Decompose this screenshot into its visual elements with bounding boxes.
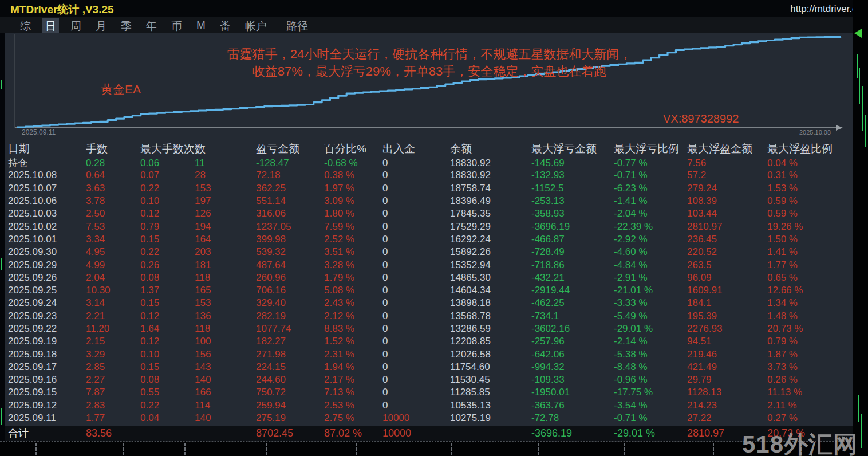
bottom-timeline-strip (0, 441, 868, 456)
table-cell: 2025.10.07 (8, 183, 86, 194)
table-cell: -5.49 % (614, 310, 687, 322)
table-cell: 0.15 (140, 361, 195, 373)
table-cell: 27.22 (687, 412, 767, 424)
table-cell: -22.39 % (614, 221, 687, 233)
table-cell: 165 (195, 285, 256, 296)
table-cell: 3.73 % (767, 361, 853, 373)
table-cell: 282.19 (256, 310, 324, 322)
table-cell: 2025.09.26 (8, 272, 86, 284)
table-cell: 2025.09.23 (8, 310, 86, 322)
table-cell: 316.06 (256, 208, 324, 219)
table-cell: 275.19 (256, 412, 324, 424)
table-cell: 15352.94 (450, 260, 531, 271)
period-separator (713, 443, 714, 455)
tab-周[interactable]: 周 (68, 18, 84, 34)
header-cell: 手数 (86, 141, 140, 156)
table-cell: 0 (382, 400, 450, 411)
table-row: 2025.10.032.500.12126316.061.80 %017845.… (5, 207, 853, 220)
table-cell: 83.56 (86, 427, 140, 439)
table-row: 持仓0.280.0611-128.47-0.68 %018830.92-145.… (5, 156, 853, 169)
tab-日[interactable]: 日 (42, 18, 59, 34)
table-cell: 12.66 % (767, 285, 853, 296)
table-cell: 126 (195, 208, 256, 219)
tab-年[interactable]: 年 (143, 18, 160, 34)
table-cell: 10000 (382, 427, 450, 439)
tab-月[interactable]: 月 (93, 18, 109, 34)
table-cell: -0.71 % (614, 170, 687, 181)
table-cell: 0.31 % (767, 170, 853, 181)
table-cell: 96.09 (687, 272, 767, 284)
table-cell: 0 (382, 297, 450, 309)
table-cell: 94.51 (687, 336, 767, 347)
table-cell: 87.02 % (324, 427, 382, 439)
left-edge-tick (1, 408, 2, 425)
table-cell: 2025.09.18 (8, 349, 86, 360)
table-cell: -17.75 % (614, 387, 687, 398)
table-cell: -0.96 % (614, 374, 687, 386)
table-cell: -4.60 % (614, 246, 687, 258)
table-cell: 2025.09.16 (8, 374, 86, 386)
table-cell: 20.73 % (767, 323, 853, 335)
table-cell: -734.1 (531, 310, 614, 322)
table-cell: 0.08 (140, 272, 195, 284)
table-cell: 0 (382, 260, 450, 271)
table-cell: 17845.35 (450, 208, 531, 219)
table-row: 2025.10.013.340.15164399.982.52 %016292.… (5, 233, 853, 246)
table-row: 2025.09.304.950.22203539.323.51 %015892.… (5, 246, 853, 258)
app-url-link[interactable]: http://mtdriver.cn (790, 3, 862, 15)
table-cell: 156 (195, 349, 256, 360)
table-cell: 1.37 (140, 285, 195, 296)
table-cell: 0 (382, 158, 450, 169)
table-cell: 0.65 % (767, 272, 853, 284)
table-cell: -21.01 % (614, 285, 687, 296)
table-cell: 3.51 % (324, 246, 382, 258)
table-cell: 3.09 % (324, 195, 382, 207)
table-cell: 13898.18 (450, 297, 531, 309)
header-cell: 日期 (8, 141, 86, 156)
table-cell: 7.13 % (324, 387, 382, 398)
tab-币[interactable]: 币 (168, 18, 185, 34)
annotation-line-2: 收益87%，最大浮亏29%，开单83手，安全稳定，实盘也在着跑 (172, 63, 687, 80)
table-cell: -3.54 % (614, 400, 687, 411)
tab-季[interactable]: 季 (118, 18, 135, 34)
table-cell: 1609.91 (687, 285, 767, 296)
table-cell: 14865.30 (450, 272, 531, 284)
table-cell: 0.04 % (767, 158, 853, 169)
table-cell: -728.49 (531, 246, 614, 258)
table-cell: 2.52 % (324, 234, 382, 245)
table-cell: 2025.10.06 (8, 195, 86, 207)
tab-M[interactable]: M (194, 18, 208, 34)
table-cell: 10275.19 (450, 412, 531, 424)
table-cell: 18758.74 (450, 183, 531, 194)
table-cell: 750.72 (256, 387, 324, 398)
tab-畨[interactable]: 畨 (217, 18, 234, 34)
candlestick (862, 86, 863, 131)
period-separator (184, 443, 186, 455)
mtdriver-stats-window: MTDriver统计 ,V3.25 http://mtdriver.cn 综日周… (0, 0, 868, 456)
table-cell: 2.27 (86, 374, 140, 386)
tab-综[interactable]: 综 (17, 18, 34, 34)
tab-帐户[interactable]: 帐户 (242, 18, 270, 34)
table-cell: 140 (195, 374, 256, 386)
table-cell: 2276.93 (687, 323, 767, 335)
table-cell: 2.21 (86, 310, 140, 322)
header-cell: 最大浮亏比例 (614, 141, 687, 156)
table-body: 持仓0.280.0611-128.47-0.68 %018830.92-145.… (5, 156, 853, 424)
table-cell: -72.78 (531, 412, 614, 424)
table-cell: 143 (195, 361, 256, 373)
table-cell: 2025.09.29 (8, 260, 86, 271)
tab-list: 综日周月季年币M畨帐户 (17, 18, 270, 34)
table-cell: 118 (195, 272, 256, 284)
period-separator (356, 443, 357, 455)
tab-path-button[interactable]: 路径 (286, 19, 308, 34)
table-cell: 10.30 (86, 285, 140, 296)
table-cell: 0 (382, 195, 450, 207)
table-row: 2025.10.027.530.791941237.057.59 %017529… (5, 220, 853, 233)
table-cell: 164 (195, 234, 256, 245)
table-cell: 15892.26 (450, 246, 531, 258)
table-cell: 706.16 (256, 285, 324, 296)
table-cell: 0 (382, 361, 450, 373)
table-cell: 3.28 % (324, 260, 382, 271)
table-cell: 2025.10.08 (8, 170, 86, 181)
header-cell: 最大浮盈金额 (687, 141, 767, 156)
